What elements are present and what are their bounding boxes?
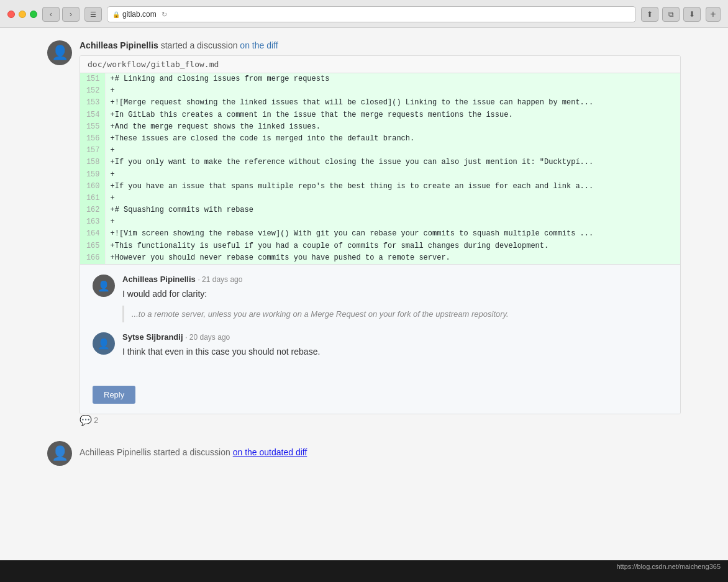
line-content: +However you should never rebase commits… [105, 252, 680, 264]
line-number: 159 [80, 169, 105, 181]
discussion-content: Achilleas Pipinellis started a discussio… [80, 40, 681, 431]
comment-quote: ...to a remote server, unless you are wo… [122, 306, 668, 322]
table-row: 160+If you have an issue that spans mult… [80, 181, 680, 193]
line-content: +These issues are closed the code is mer… [105, 133, 680, 145]
comment-bubble-icon: 💬 [80, 414, 92, 426]
line-content: + [105, 145, 680, 157]
close-button[interactable] [7, 11, 15, 18]
reply-button[interactable]: Reply [93, 386, 135, 404]
line-number: 151 [80, 73, 105, 85]
line-number: 157 [80, 145, 105, 157]
table-row: 159+ [80, 169, 680, 181]
table-row: 166+However you should never rebase comm… [80, 252, 680, 264]
discussion-header: Achilleas Pipinellis started a discussio… [80, 40, 681, 50]
nav-buttons: ‹ › [42, 7, 80, 22]
line-number: 164 [80, 228, 105, 240]
table-row: 153+![Merge request showing the linked i… [80, 97, 680, 109]
footer-url: https://blog.csdn.net/maicheng365 [616, 563, 721, 570]
avatar-main: 👤 [47, 40, 72, 65]
diff-container: doc/workflow/gitlab_flow.md 151+# Linkin… [80, 55, 681, 414]
bottom-action: started a discussion [153, 447, 233, 457]
diff-table: 151+# Linking and closing issues from me… [80, 73, 680, 264]
sidebar-button[interactable]: ☰ [84, 7, 102, 22]
table-row: 156+These issues are closed the code is … [80, 133, 680, 145]
browser-titlebar: ‹ › ☰ 🔒 gitlab.com ↻ ⬆ ⧉ ⬇ + [7, 6, 721, 22]
comment-meta: Achilleas Pipinellis · 21 days ago [122, 275, 668, 284]
line-content: + [105, 216, 680, 228]
download-button[interactable]: ⬇ [683, 7, 701, 22]
diff-filepath: doc/workflow/gitlab_flow.md [80, 56, 680, 73]
table-row: 164+![Vim screen showing the rebase view… [80, 228, 680, 240]
line-number: 160 [80, 181, 105, 193]
table-row: 155+And the merge request shows the link… [80, 121, 680, 133]
line-number: 154 [80, 109, 105, 121]
reply-area: Reply [80, 378, 680, 414]
page-wrapper: 👤 Achilleas Pipinellis started a discuss… [0, 28, 728, 560]
line-content: +# Squashing commits with rebase [105, 204, 680, 216]
table-row: 157+ [80, 145, 680, 157]
table-row: 154+In GitLab this creates a comment in … [80, 109, 680, 121]
table-row: 165+This functionality is useful if you … [80, 240, 680, 252]
comment-text: I think that even in this case you shoul… [122, 345, 668, 358]
commenter-name: Achilleas Pipinellis [122, 275, 196, 284]
browser-actions: ⬆ ⧉ ⬇ [641, 7, 701, 22]
comments-section: 👤Achilleas Pipinellis · 21 days agoI wou… [80, 264, 680, 378]
line-number: 166 [80, 252, 105, 264]
bottom-discussion-header: Achilleas Pipinellis started a discussio… [80, 441, 307, 466]
address-bar[interactable]: 🔒 gitlab.com ↻ [107, 6, 636, 22]
minimize-button[interactable] [19, 11, 26, 18]
line-number: 161 [80, 193, 105, 204]
table-row: 152+ [80, 85, 680, 97]
forward-button[interactable]: › [62, 7, 80, 22]
comment-body: Achilleas Pipinellis · 21 days agoI woul… [122, 275, 668, 322]
table-row: 163+ [80, 216, 680, 228]
line-content: +If you have an issue that spans multipl… [105, 181, 680, 193]
bottom-username: Achilleas Pipinellis [80, 447, 151, 457]
line-content: + [105, 85, 680, 97]
commenter-name: Sytse Sijbrandij [122, 332, 183, 342]
bottom-discussion: 👤 Achilleas Pipinellis started a discuss… [47, 441, 681, 466]
comment-avatar: 👤 [93, 332, 115, 355]
new-tab-button[interactable]: + [706, 7, 721, 22]
table-row: 158+If you only want to make the referen… [80, 157, 680, 168]
discussion-username: Achilleas Pipinellis [80, 40, 158, 50]
line-number: 156 [80, 133, 105, 145]
on-diff-link[interactable]: on the diff [240, 40, 278, 50]
comment-time: · 20 days ago [185, 333, 230, 342]
line-content: + [105, 169, 680, 181]
table-row: 162+# Squashing commits with rebase [80, 204, 680, 216]
line-content: + [105, 193, 680, 204]
share-button[interactable]: ⬆ [641, 7, 658, 22]
back-button[interactable]: ‹ [42, 7, 60, 22]
comment-meta: Sytse Sijbrandij · 20 days ago [122, 332, 668, 342]
line-number: 162 [80, 204, 105, 216]
comment-time: · 21 days ago [198, 275, 242, 284]
line-number: 158 [80, 157, 105, 168]
url-text: gitlab.com [122, 10, 157, 19]
line-content: +If you only want to make the reference … [105, 157, 680, 168]
bottom-diff-link[interactable]: on the outdated diff [233, 447, 307, 457]
line-content: +![Vim screen showing the rebase view]()… [105, 228, 680, 240]
traffic-lights [7, 11, 37, 18]
window-button[interactable]: ⧉ [662, 7, 680, 22]
line-number: 153 [80, 97, 105, 109]
line-content: +And the merge request shows the linked … [105, 121, 680, 133]
comment-count: 2 [94, 416, 98, 425]
refresh-icon[interactable]: ↻ [162, 11, 167, 19]
line-number: 165 [80, 240, 105, 252]
line-number: 163 [80, 216, 105, 228]
browser-chrome: ‹ › ☰ 🔒 gitlab.com ↻ ⬆ ⧉ ⬇ + [0, 0, 728, 28]
footer-bar: https://blog.csdn.net/maicheng365 [0, 560, 728, 573]
comment-count-badge: 💬 2 [80, 414, 681, 426]
comment-text: I would add for clarity: [122, 288, 668, 301]
line-content: +This functionality is useful if you had… [105, 240, 680, 252]
comment-item: 👤Achilleas Pipinellis · 21 days agoI wou… [93, 275, 668, 322]
table-row: 151+# Linking and closing issues from me… [80, 73, 680, 85]
line-number: 155 [80, 121, 105, 133]
maximize-button[interactable] [30, 11, 37, 18]
line-content: +# Linking and closing issues from merge… [105, 73, 680, 85]
line-number: 152 [80, 85, 105, 97]
discussion-block: 👤 Achilleas Pipinellis started a discuss… [47, 40, 681, 431]
avatar-bottom: 👤 [47, 441, 72, 466]
content-area: 👤 Achilleas Pipinellis started a discuss… [35, 28, 693, 472]
